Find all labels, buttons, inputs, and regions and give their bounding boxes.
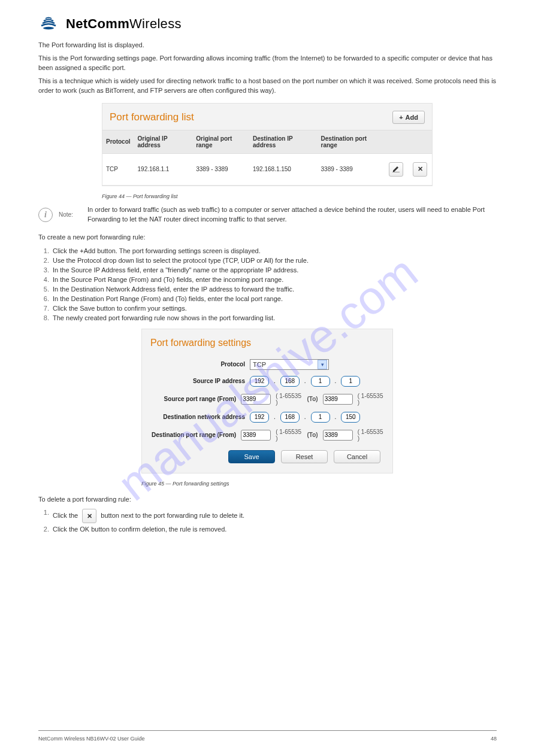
- footer-left: NetComm Wireless NB16WV-02 User Guide: [38, 736, 145, 742]
- source-port-from[interactable]: [241, 394, 271, 405]
- edit-button[interactable]: [389, 162, 403, 177]
- step-text: Click the ✕ button next to the port forw…: [53, 509, 244, 523]
- cell-protocol: TCP: [102, 153, 134, 185]
- intro-paragraph-3: This is a technique which is widely used…: [38, 77, 497, 96]
- col-original-port: Original port range: [192, 130, 249, 153]
- port-forwarding-table: Protocol Original IP address Original po…: [102, 130, 432, 186]
- cell-orig-port: 3389 - 3389: [192, 153, 249, 185]
- label-to: (To): [307, 396, 318, 402]
- steps-list-2: 1. Click the ✕ button next to the port f…: [38, 509, 497, 533]
- label-to: (To): [307, 432, 318, 438]
- dest-port-from[interactable]: [241, 430, 271, 441]
- page-footer: NetComm Wireless NB16WV-02 User Guide 48: [38, 730, 497, 742]
- cancel-button[interactable]: Cancel: [334, 450, 380, 463]
- port-forwarding-list-panel: Port forwarding list + Add Protocol Orig…: [102, 103, 433, 186]
- reset-button[interactable]: Reset: [281, 450, 328, 463]
- label-dest-net: Destination network address: [150, 414, 245, 420]
- step-text: Use the Protocol drop down list to selec…: [53, 257, 309, 264]
- col-protocol: Protocol: [102, 130, 134, 153]
- source-port-to[interactable]: [323, 394, 353, 405]
- plus-icon: +: [399, 114, 403, 121]
- hint-range: ( 1-65535 ): [358, 393, 384, 406]
- dest-ip-oct4[interactable]: [341, 412, 360, 423]
- step-num: 3.: [38, 266, 49, 274]
- protocol-select[interactable]: TCP ▾: [250, 359, 329, 370]
- protocol-select-value: TCP: [253, 361, 266, 368]
- hint-range: ( 1-65535 ): [358, 429, 384, 442]
- step-num: 2.: [38, 257, 49, 264]
- label-dest-port-from: Destination port range (From): [150, 432, 236, 438]
- step-text: The newly created port forwarding rule n…: [53, 314, 275, 321]
- info-icon: i: [38, 208, 53, 222]
- step-text: Click the OK button to confirm deletion,…: [53, 526, 226, 533]
- step-text: In the Destination Network Address field…: [53, 286, 294, 293]
- brand-name: NetCommWireless: [66, 16, 182, 32]
- footer-right: 48: [491, 736, 497, 742]
- figure-caption-1: Figure 44 — Port forwarding list: [102, 193, 497, 199]
- to-delete-heading: To delete a port forwarding rule:: [38, 495, 497, 505]
- brand-header: NetCommWireless: [38, 14, 497, 34]
- brand-logo-icon: [38, 14, 59, 34]
- col-original-ip: Original IP address: [134, 130, 193, 153]
- figure-caption-2: Figure 45 — Port forwarding settings: [141, 481, 497, 487]
- source-ip-oct1[interactable]: [250, 376, 269, 387]
- hint-range: ( 1-65535 ): [276, 429, 302, 442]
- source-ip-oct4[interactable]: [341, 376, 360, 387]
- add-button-label: Add: [406, 114, 418, 121]
- label-protocol: Protocol: [150, 361, 245, 368]
- close-icon: ✕: [87, 512, 92, 520]
- step-text: In the Source Port Range (From) and (To)…: [53, 276, 283, 283]
- to-create-heading: To create a new port forwarding rule:: [38, 233, 497, 242]
- add-button[interactable]: + Add: [392, 111, 425, 124]
- note-text: In order to forward traffic (such as web…: [87, 205, 497, 224]
- save-button[interactable]: Save: [228, 450, 275, 463]
- label-source-port-from: Source port range (From): [150, 396, 236, 402]
- step-num: 1.: [38, 509, 49, 523]
- panel-list-title: Port forwarding list: [110, 111, 194, 123]
- col-dest-ip: Destination IP address: [249, 130, 318, 153]
- pencil-icon: [392, 165, 400, 174]
- step-text: In the Source IP Address field, enter a …: [53, 266, 298, 274]
- cell-dest-ip: 192.168.1.150: [249, 153, 318, 185]
- steps-list-1: 1.Click the +Add button. The port forwar…: [38, 247, 497, 321]
- cell-orig-ip: 192.168.1.1: [134, 153, 193, 185]
- step-num: 1.: [38, 247, 49, 254]
- dest-ip-oct3[interactable]: [311, 412, 330, 423]
- svg-point-0: [43, 27, 54, 29]
- step-num: 5.: [38, 286, 49, 293]
- cell-dest-port: 3389 - 3389: [318, 153, 384, 185]
- chevron-down-icon: ▾: [318, 360, 327, 369]
- close-icon: ✕: [418, 165, 423, 173]
- step-num: 7.: [38, 305, 49, 312]
- note-label: Note:: [59, 211, 81, 218]
- table-row: TCP 192.168.1.1 3389 - 3389 192.168.1.15…: [102, 153, 432, 185]
- delete-icon-inline: ✕: [82, 509, 96, 523]
- dest-ip-oct2[interactable]: [280, 412, 300, 423]
- step-text: In the Destination Port Range (From) and…: [53, 295, 283, 302]
- step-num: 2.: [38, 526, 49, 533]
- dest-port-to[interactable]: [323, 430, 353, 441]
- step-num: 8.: [38, 314, 49, 321]
- label-source-ip: Source IP address: [150, 378, 245, 384]
- step-text: Click the +Add button. The port forwardi…: [53, 247, 261, 254]
- delete-button[interactable]: ✕: [413, 162, 427, 177]
- panel-settings-title: Port forwarding settings: [150, 338, 384, 348]
- source-ip-oct3[interactable]: [311, 376, 330, 387]
- intro-paragraph-1: The Port forwarding list is displayed.: [38, 41, 497, 50]
- step-text: Click the Save button to confirm your se…: [53, 305, 187, 312]
- hint-range: ( 1-65535 ): [276, 393, 302, 406]
- col-dest-port: Destination port range: [318, 130, 384, 153]
- source-ip-oct2[interactable]: [280, 376, 300, 387]
- intro-paragraph-2: This is the Port forwarding settings pag…: [38, 54, 497, 73]
- step-num: 6.: [38, 295, 49, 302]
- step-num: 4.: [38, 276, 49, 283]
- dest-ip-oct1[interactable]: [250, 412, 269, 423]
- port-forwarding-settings-panel: Port forwarding settings Protocol TCP ▾ …: [141, 329, 393, 473]
